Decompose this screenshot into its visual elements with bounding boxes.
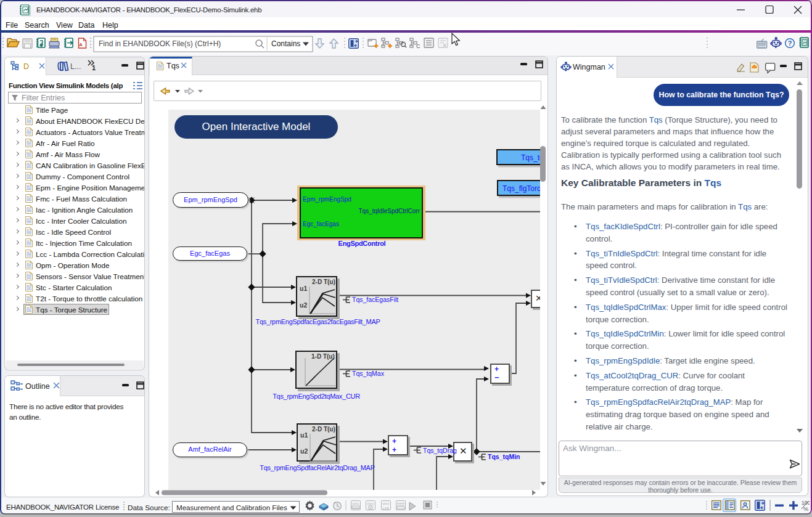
svg-text:LAB: LAB [383, 507, 390, 510]
svg-text:1: 1 [92, 64, 96, 71]
svg-text:%: % [803, 506, 808, 512]
svg-text:Tqs: Tqs [166, 62, 179, 70]
svg-text:Wingman: Wingman [573, 63, 605, 71]
svg-text:ɑɪɒ: ɑɪɒ [353, 502, 359, 506]
svg-text:D: D [23, 62, 29, 71]
svg-text:L...: L... [70, 62, 81, 71]
svg-text:Contains: Contains [271, 39, 300, 48]
svg-text:?: ? [788, 39, 792, 47]
svg-text:C: C [416, 43, 420, 49]
svg-text:ɑɪɒ: ɑɪɒ [383, 502, 390, 506]
svg-text:Outline: Outline [25, 382, 50, 391]
svg-text:Find in EHANDBOOK File(s) (Ctr: Find in EHANDBOOK File(s) (Ctrl+H) [99, 39, 221, 48]
svg-text:A: A [79, 42, 83, 47]
svg-text:100: 100 [802, 500, 810, 506]
